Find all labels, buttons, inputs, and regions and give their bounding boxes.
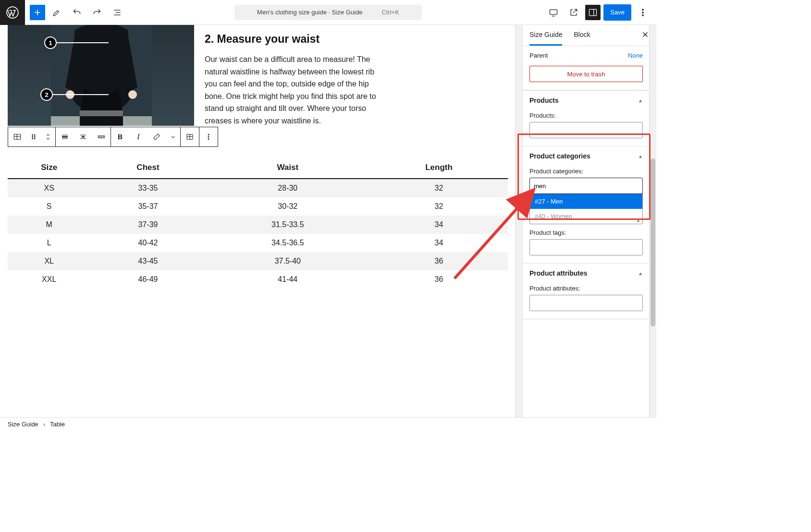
category-option-women[interactable]: #40 - Women	[530, 209, 642, 224]
svg-point-3	[642, 9, 644, 10]
canvas-scrollbar[interactable]	[516, 27, 521, 58]
tags-field-label: Product tags:	[529, 229, 643, 236]
table-cell[interactable]: 43-45	[90, 252, 205, 270]
table-cell[interactable]: 33-35	[90, 179, 205, 197]
svg-point-29	[208, 138, 209, 139]
products-field-label: Products:	[529, 112, 643, 119]
section-paragraph[interactable]: Our waist can be a difficult area to mea…	[205, 53, 387, 127]
wordpress-logo-icon[interactable]	[0, 0, 25, 25]
table-cell[interactable]: 46-49	[90, 270, 205, 289]
svg-point-4	[642, 12, 644, 13]
document-overview-icon[interactable]	[109, 4, 126, 21]
block-options-icon[interactable]	[199, 127, 218, 146]
table-cell[interactable]: 40-42	[90, 234, 205, 252]
panel-products-header[interactable]: Products ▲	[523, 90, 650, 110]
align-wide-icon[interactable]	[92, 127, 111, 146]
categories-input[interactable]	[529, 178, 643, 194]
undo-icon[interactable]	[68, 4, 86, 21]
top-toolbar: Men's clothing size guide · Size Guide C…	[0, 0, 656, 25]
table-row[interactable]: XL43-4537.5-4036	[8, 252, 508, 270]
align-center-icon[interactable]	[74, 127, 92, 146]
table-cell[interactable]: 36	[370, 252, 508, 270]
product-tags-input[interactable]	[529, 239, 643, 255]
save-button[interactable]: Save	[603, 4, 631, 21]
align-full-icon[interactable]	[56, 127, 74, 146]
table-cell[interactable]: 41-44	[206, 270, 370, 289]
view-desktop-icon[interactable]	[545, 4, 562, 21]
table-cell[interactable]: XXL	[8, 270, 90, 289]
table-cell[interactable]: L	[8, 234, 90, 252]
shortcut-hint: Ctrl+K	[381, 9, 399, 16]
size-table[interactable]: SizeChestWaistLength XS33-3528-3032S35-3…	[8, 158, 508, 289]
move-updown-icon[interactable]	[41, 127, 55, 146]
table-row[interactable]: M37-3931.5-33.534	[8, 216, 508, 234]
bold-button[interactable]: B	[111, 127, 129, 146]
document-title: Men's clothing size guide · Size Guide	[257, 9, 362, 16]
svg-point-12	[128, 90, 137, 99]
svg-point-18	[32, 138, 33, 139]
table-cell[interactable]: XS	[8, 179, 90, 197]
table-header-cell[interactable]: Size	[8, 158, 90, 179]
svg-rect-13	[14, 134, 21, 139]
sidebar-scrollbar[interactable]	[651, 158, 655, 326]
edit-mode-icon[interactable]	[48, 4, 65, 21]
table-cell[interactable]: 37-39	[90, 216, 205, 234]
drag-handle-icon[interactable]	[26, 127, 41, 146]
table-block-icon[interactable]	[8, 127, 26, 146]
table-cell[interactable]: 34.5-36.5	[206, 234, 370, 252]
table-cell[interactable]: 35-37	[90, 197, 205, 216]
more-rich-text-icon[interactable]	[166, 127, 180, 146]
add-block-button[interactable]	[30, 5, 45, 20]
table-row[interactable]: XS33-3528-3032	[8, 179, 508, 197]
table-row[interactable]: S35-3730-3232	[8, 197, 508, 216]
redo-icon[interactable]	[88, 4, 106, 21]
svg-point-15	[34, 134, 35, 135]
svg-rect-21	[82, 136, 85, 137]
table-cell[interactable]: 36	[370, 270, 508, 289]
table-header-cell[interactable]: Length	[370, 158, 508, 179]
italic-button[interactable]: I	[129, 127, 147, 146]
svg-point-5	[642, 14, 644, 16]
table-cell[interactable]: S	[8, 197, 90, 216]
table-row[interactable]: L40-4234.5-36.534	[8, 234, 508, 252]
table-cell[interactable]: 37.5-40	[206, 252, 370, 270]
breadcrumb-root[interactable]: Size Guide	[8, 421, 38, 428]
parent-value-link[interactable]: None	[628, 52, 643, 59]
table-cell[interactable]: 32	[370, 179, 508, 197]
move-to-trash-button[interactable]: Move to trash	[529, 66, 643, 82]
table-cell[interactable]: 28-30	[206, 179, 370, 197]
chevron-right-icon: ›	[43, 421, 45, 428]
table-cell[interactable]: M	[8, 216, 90, 234]
settings-sidebar-toggle-icon[interactable]	[585, 5, 601, 20]
open-external-icon[interactable]	[565, 4, 582, 21]
panel-attributes-header[interactable]: Product attributes ▲	[523, 264, 650, 283]
category-option-men[interactable]: #27 - Men	[530, 194, 642, 209]
table-cell[interactable]: 30-32	[206, 197, 370, 216]
edit-table-icon[interactable]	[181, 127, 199, 146]
table-header-cell[interactable]: Chest	[90, 158, 205, 179]
block-toolbar: B I	[8, 127, 218, 147]
panel-categories-header[interactable]: Product categories ▲	[523, 146, 650, 166]
caret-up-icon: ▲	[638, 98, 643, 103]
section-heading[interactable]: 2. Measure your waist	[205, 33, 508, 46]
tab-block[interactable]: Block	[574, 25, 590, 46]
table-cell[interactable]: XL	[8, 252, 90, 270]
table-cell[interactable]: 34	[370, 216, 508, 234]
categories-dropdown: #27 - Men #40 - Women ▲	[529, 194, 643, 224]
table-cell[interactable]: 34	[370, 234, 508, 252]
table-header-cell[interactable]: Waist	[206, 158, 370, 179]
product-attributes-input[interactable]	[529, 295, 643, 311]
document-title-bar[interactable]: Men's clothing size guide · Size Guide C…	[234, 5, 422, 20]
table-cell[interactable]: 31.5-33.5	[206, 216, 370, 234]
tab-size-guide[interactable]: Size Guide	[529, 25, 562, 46]
close-sidebar-icon[interactable]	[641, 30, 650, 40]
table-cell[interactable]: 32	[370, 197, 508, 216]
image-marker-1: 1	[44, 36, 109, 49]
link-icon[interactable]	[147, 127, 166, 146]
products-input[interactable]	[529, 122, 643, 138]
breadcrumb-current[interactable]: Table	[50, 421, 65, 428]
attributes-field-label: Product attributes:	[529, 285, 643, 292]
table-row[interactable]: XXL46-4941-4436	[8, 270, 508, 289]
editor-canvas: 1 2 2. Measure your waist Our waist can …	[0, 25, 522, 417]
more-options-icon[interactable]	[634, 4, 651, 21]
